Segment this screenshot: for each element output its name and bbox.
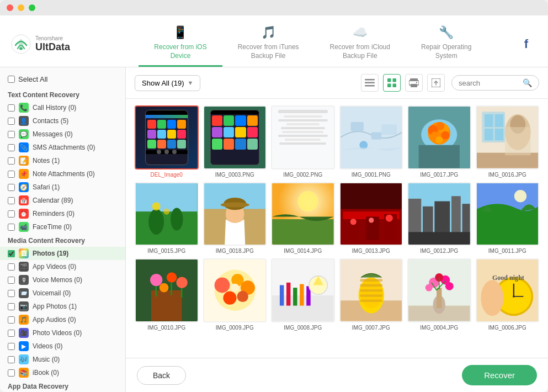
svg-point-43 [148,209,164,234]
sidebar-item-safari[interactable]: 🧭Safari (1) [0,181,125,194]
photo-thumb-del-image0[interactable] [135,105,199,169]
photo-thumb-img0017[interactable] [407,105,471,169]
sidebar-item-voice-memos[interactable]: 🎙Voice Memos (0) [0,273,125,287]
tab-icloud-backup[interactable]: ☁️ Recover from iCloudBackup File [315,21,406,67]
photo-cell-img0004[interactable]: IMG_0004.JPG [407,258,471,331]
sidebar-item-music[interactable]: 🎶Music (0) [0,353,125,366]
photo-thumb-img0014[interactable] [271,182,335,246]
photo-cell-img0012[interactable]: IMG_0012.JPG [407,182,471,255]
recover-button[interactable]: Recover [462,365,537,385]
photo-thumb-img0006[interactable]: Good night [476,258,540,322]
svg-point-90 [237,291,248,302]
sidebar-item-facetime[interactable]: 📹FaceTime (0) [0,220,125,234]
sidebar-item-call-history[interactable]: 📞Call History (0) [0,101,125,114]
svg-rect-55 [272,219,334,245]
search-input[interactable] [459,79,519,87]
sidebar-item-app-audios[interactable]: 🎵App Audios (0) [0,313,125,326]
grid-view-button[interactable] [383,74,401,92]
photo-label-img0001: IMG_0001.PNG [352,172,391,178]
photo-label-img0009: IMG_0009.JPG [216,325,254,331]
dropdown-label: Show All (19) [142,79,184,87]
photo-cell-del-image0[interactable]: DEL_Image0 [135,105,199,178]
maximize-button[interactable] [29,4,35,11]
tab-repair-system[interactable]: 🔧 Repair OperatingSystem [406,21,487,67]
photo-cell-img0007[interactable]: IMG_0007.JPG [339,258,403,331]
music-icon: 🎶 [19,354,29,364]
photo-thumb-img0004[interactable] [407,258,471,322]
photo-cell-img0010[interactable]: IMG_0010.JPG [135,258,199,331]
close-button[interactable] [7,4,13,11]
sidebar-item-voicemail[interactable]: 📨Voicemail (0) [0,287,125,300]
photo-thumb-img0013[interactable] [339,182,403,246]
list-view-button[interactable] [361,74,379,92]
photo-thumb-img0011[interactable] [476,182,540,246]
photo-thumb-img0008[interactable] [271,258,335,322]
photo-cell-img0014[interactable]: IMG_0014.JPG [271,182,335,255]
sidebar-item-note-attachments[interactable]: 📌Note Attachments (0) [0,167,125,181]
photo-thumb-img0018[interactable] [203,182,267,246]
safari-icon: 🧭 [19,182,29,192]
sidebar-item-messages[interactable]: 💬Messages (0) [0,128,125,141]
photo-cell-img0016[interactable]: IMG_0016.JPG [476,105,540,178]
sidebar-item-sms-attachments[interactable]: 📎SMS Attachments (0) [0,141,125,154]
sidebar-item-photos[interactable]: 🖼Photos (19) [0,247,125,260]
svg-point-86 [214,278,230,293]
sidebar-item-app-videos[interactable]: 🎬App Videos (0) [0,260,125,273]
back-button[interactable]: Back [137,366,186,385]
show-all-dropdown[interactable]: Show All (19) ▼ [135,75,200,91]
photo-thumb-img0002[interactable] [271,105,335,169]
photo-label-del: DEL_Image0 [151,172,183,178]
photo-thumb-img0009[interactable] [203,258,267,322]
sms-attach-icon: 📎 [19,142,29,152]
photo-canvas-img0007 [340,259,402,321]
photo-cell-img0013[interactable]: IMG_0013.JPG [339,182,403,255]
voice-memos-icon: 🎙 [19,275,29,285]
svg-point-63 [369,218,374,223]
photo-thumb-img0001[interactable] [339,105,403,169]
section-media-content: Media Content Recovery [0,234,125,247]
photo-thumb-img0003[interactable] [203,105,267,169]
svg-point-91 [231,284,239,292]
minimize-button[interactable] [18,4,24,11]
photo-cell-img0017[interactable]: IMG_0017.JPG [407,105,471,178]
facebook-icon[interactable]: f [515,33,537,56]
sidebar-item-calendar[interactable]: 📅Calendar (89) [0,194,125,207]
photo-cell-img0011[interactable]: IMG_0011.JPG [476,182,540,255]
photo-thumb-img0007[interactable] [339,258,403,322]
photo-cell-img0001[interactable]: IMG_0001.PNG [339,105,403,178]
tab-ios-device[interactable]: 📱 Recover from iOSDevice [139,21,222,67]
sidebar-item-contacts[interactable]: 👤Contacts (5) [0,114,125,128]
photo-cell-img0003[interactable]: IMG_0003.PNG [203,105,267,178]
tab-itunes-backup[interactable]: 🎵 Recover from iTunesBackup File [222,21,315,67]
photo-cell-img0015[interactable]: IMG_0015.JPG [135,182,199,255]
sidebar-item-notes[interactable]: 📝Notes (1) [0,154,125,167]
photo-cell-img0018[interactable]: IMG_0018.JPG [203,182,267,255]
ibook-icon: 📚 [19,368,29,378]
photo-cell-img0006[interactable]: Good night IMG_0006.JPG [476,258,540,331]
sidebar-item-photo-videos[interactable]: 🎥Photo Videos (0) [0,326,125,340]
photo-canvas-img0017 [408,107,470,168]
select-all-checkbox[interactable] [8,76,15,83]
sidebar-item-ibook[interactable]: 📚iBook (0) [0,366,125,379]
photo-canvas-del [136,107,198,168]
svg-rect-33 [494,114,503,127]
photo-thumb-img0010[interactable] [135,258,199,322]
print-view-button[interactable] [405,74,423,92]
photo-canvas-img0001 [340,107,402,168]
sidebar-item-app-photos[interactable]: 📷App Photos (1) [0,300,125,313]
sidebar-item-reminders[interactable]: ⏰Reminders (0) [0,207,125,220]
photo-cell-img0008[interactable]: IMG_0008.JPG [271,258,335,331]
photo-thumb-img0012[interactable] [407,182,471,246]
logo-brand: Tenorshare [35,35,70,41]
photo-thumb-img0015[interactable] [135,182,199,246]
section-app-data: App Data Recovery [0,379,125,392]
select-all-row[interactable]: Select All [0,73,125,88]
itunes-icon: 🎵 [261,25,276,40]
main-area: Show All (19) ▼ [126,67,548,392]
photo-cell-img0002[interactable]: IMG_0002.PNG [271,105,335,178]
sidebar-item-videos[interactable]: ▶Videos (0) [0,340,125,353]
photo-cell-img0009[interactable]: IMG_0009.JPG [203,258,267,331]
photo-thumb-img0016[interactable] [476,105,540,169]
export-view-button[interactable] [427,74,445,92]
search-box[interactable]: 🔍 [451,75,539,91]
